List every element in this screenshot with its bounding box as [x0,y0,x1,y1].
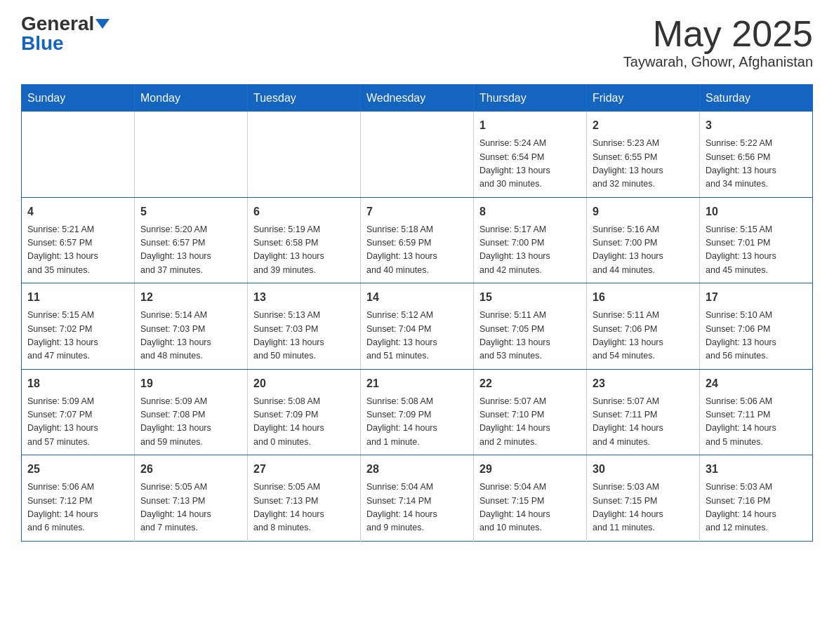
day-number: 15 [479,289,581,306]
weekday-header-row: SundayMondayTuesdayWednesdayThursdayFrid… [22,85,813,112]
calendar-week-row: 4Sunrise: 5:21 AMSunset: 6:57 PMDaylight… [22,197,813,283]
weekday-header-friday: Friday [587,85,700,112]
calendar-cell: 31Sunrise: 5:03 AMSunset: 7:16 PMDayligh… [700,455,813,542]
calendar-cell: 5Sunrise: 5:20 AMSunset: 6:57 PMDaylight… [135,197,248,283]
calendar-cell: 22Sunrise: 5:07 AMSunset: 7:10 PMDayligh… [474,369,587,455]
day-info: Sunrise: 5:09 AMSunset: 7:08 PMDaylight:… [140,395,241,450]
day-info: Sunrise: 5:18 AMSunset: 6:59 PMDaylight:… [366,223,468,278]
day-info: Sunrise: 5:07 AMSunset: 7:10 PMDaylight:… [479,395,581,450]
day-number: 14 [366,289,468,306]
day-number: 24 [706,375,807,392]
day-number: 10 [706,203,807,220]
day-info: Sunrise: 5:11 AMSunset: 7:05 PMDaylight:… [479,309,581,363]
calendar-cell: 13Sunrise: 5:13 AMSunset: 7:03 PMDayligh… [248,283,361,370]
day-number: 20 [253,375,355,392]
calendar-cell: 25Sunrise: 5:06 AMSunset: 7:12 PMDayligh… [22,455,135,542]
day-info: Sunrise: 5:16 AMSunset: 7:00 PMDaylight:… [593,223,694,278]
day-number: 26 [140,461,241,478]
calendar-cell: 8Sunrise: 5:17 AMSunset: 7:00 PMDaylight… [474,197,587,283]
calendar-cell: 26Sunrise: 5:05 AMSunset: 7:13 PMDayligh… [135,455,248,542]
logo-general-text: General [21,14,94,34]
calendar-cell: 29Sunrise: 5:04 AMSunset: 7:15 PMDayligh… [474,455,587,542]
day-number: 12 [140,289,241,306]
day-info: Sunrise: 5:06 AMSunset: 7:11 PMDaylight:… [706,395,807,450]
day-info: Sunrise: 5:03 AMSunset: 7:15 PMDaylight:… [593,481,694,535]
calendar-cell [22,112,135,197]
day-number: 16 [593,289,694,306]
day-info: Sunrise: 5:14 AMSunset: 7:03 PMDaylight:… [140,309,241,363]
calendar-cell: 18Sunrise: 5:09 AMSunset: 7:07 PMDayligh… [22,369,135,455]
day-number: 11 [27,289,128,306]
calendar-week-row: 25Sunrise: 5:06 AMSunset: 7:12 PMDayligh… [22,455,813,542]
calendar-cell: 11Sunrise: 5:15 AMSunset: 7:02 PMDayligh… [22,283,135,370]
calendar-cell: 23Sunrise: 5:07 AMSunset: 7:11 PMDayligh… [587,369,700,455]
logo: General Blue [21,14,110,53]
day-info: Sunrise: 5:17 AMSunset: 7:00 PMDaylight:… [479,223,581,278]
day-info: Sunrise: 5:07 AMSunset: 7:11 PMDaylight:… [593,395,694,450]
weekday-header-saturday: Saturday [700,85,813,112]
calendar-cell: 19Sunrise: 5:09 AMSunset: 7:08 PMDayligh… [135,369,248,455]
day-number: 2 [593,117,694,134]
calendar-cell: 21Sunrise: 5:08 AMSunset: 7:09 PMDayligh… [361,369,474,455]
day-info: Sunrise: 5:22 AMSunset: 6:56 PMDaylight:… [706,137,807,192]
calendar-week-row: 1Sunrise: 5:24 AMSunset: 6:54 PMDaylight… [22,112,813,197]
day-info: Sunrise: 5:24 AMSunset: 6:54 PMDaylight:… [479,137,581,192]
weekday-header-monday: Monday [135,85,248,112]
calendar-cell: 30Sunrise: 5:03 AMSunset: 7:15 PMDayligh… [587,455,700,542]
month-title: May 2025 [623,14,813,54]
weekday-header-sunday: Sunday [22,85,135,112]
day-info: Sunrise: 5:15 AMSunset: 7:01 PMDaylight:… [706,223,807,278]
day-number: 5 [140,203,241,220]
day-number: 13 [253,289,355,306]
calendar-cell: 2Sunrise: 5:23 AMSunset: 6:55 PMDaylight… [587,112,700,197]
day-number: 27 [253,461,355,478]
calendar-cell: 15Sunrise: 5:11 AMSunset: 7:05 PMDayligh… [474,283,587,370]
logo-arrow-icon [95,19,110,29]
day-info: Sunrise: 5:06 AMSunset: 7:12 PMDaylight:… [27,481,128,535]
calendar-cell: 7Sunrise: 5:18 AMSunset: 6:59 PMDaylight… [361,197,474,283]
day-info: Sunrise: 5:04 AMSunset: 7:14 PMDaylight:… [366,481,468,535]
weekday-header-wednesday: Wednesday [361,85,474,112]
day-info: Sunrise: 5:13 AMSunset: 7:03 PMDaylight:… [253,309,355,363]
day-number: 4 [27,203,128,220]
calendar-week-row: 11Sunrise: 5:15 AMSunset: 7:02 PMDayligh… [22,283,813,370]
calendar-cell: 20Sunrise: 5:08 AMSunset: 7:09 PMDayligh… [248,369,361,455]
day-number: 18 [27,375,128,392]
day-info: Sunrise: 5:20 AMSunset: 6:57 PMDaylight:… [140,223,241,278]
day-info: Sunrise: 5:23 AMSunset: 6:55 PMDaylight:… [593,137,694,192]
calendar-cell: 27Sunrise: 5:05 AMSunset: 7:13 PMDayligh… [248,455,361,542]
calendar-cell: 24Sunrise: 5:06 AMSunset: 7:11 PMDayligh… [700,369,813,455]
day-info: Sunrise: 5:15 AMSunset: 7:02 PMDaylight:… [27,309,128,363]
location-title: Taywarah, Ghowr, Afghanistan [623,54,813,70]
day-info: Sunrise: 5:09 AMSunset: 7:07 PMDaylight:… [27,395,128,450]
day-info: Sunrise: 5:11 AMSunset: 7:06 PMDaylight:… [593,309,694,363]
day-info: Sunrise: 5:08 AMSunset: 7:09 PMDaylight:… [366,395,468,450]
day-info: Sunrise: 5:08 AMSunset: 7:09 PMDaylight:… [253,395,355,450]
calendar-cell: 1Sunrise: 5:24 AMSunset: 6:54 PMDaylight… [474,112,587,197]
calendar-table: SundayMondayTuesdayWednesdayThursdayFrid… [21,84,813,542]
day-info: Sunrise: 5:12 AMSunset: 7:04 PMDaylight:… [366,309,468,363]
calendar-cell: 28Sunrise: 5:04 AMSunset: 7:14 PMDayligh… [361,455,474,542]
day-info: Sunrise: 5:05 AMSunset: 7:13 PMDaylight:… [140,481,241,535]
day-number: 1 [479,117,581,134]
weekday-header-thursday: Thursday [474,85,587,112]
calendar-cell: 3Sunrise: 5:22 AMSunset: 6:56 PMDaylight… [700,112,813,197]
page-header: General Blue May 2025 Taywarah, Ghowr, A… [21,14,813,70]
day-number: 8 [479,203,581,220]
day-number: 3 [706,117,807,134]
calendar-cell [135,112,248,197]
calendar-cell: 16Sunrise: 5:11 AMSunset: 7:06 PMDayligh… [587,283,700,370]
day-number: 25 [27,461,128,478]
day-info: Sunrise: 5:04 AMSunset: 7:15 PMDaylight:… [479,481,581,535]
day-number: 6 [253,203,355,220]
calendar-cell: 17Sunrise: 5:10 AMSunset: 7:06 PMDayligh… [700,283,813,370]
day-number: 7 [366,203,468,220]
calendar-cell: 12Sunrise: 5:14 AMSunset: 7:03 PMDayligh… [135,283,248,370]
day-info: Sunrise: 5:05 AMSunset: 7:13 PMDaylight:… [253,481,355,535]
day-info: Sunrise: 5:10 AMSunset: 7:06 PMDaylight:… [706,309,807,363]
day-number: 31 [706,461,807,478]
day-number: 21 [366,375,468,392]
logo-blue-text: Blue [21,34,64,53]
day-number: 30 [593,461,694,478]
day-number: 22 [479,375,581,392]
